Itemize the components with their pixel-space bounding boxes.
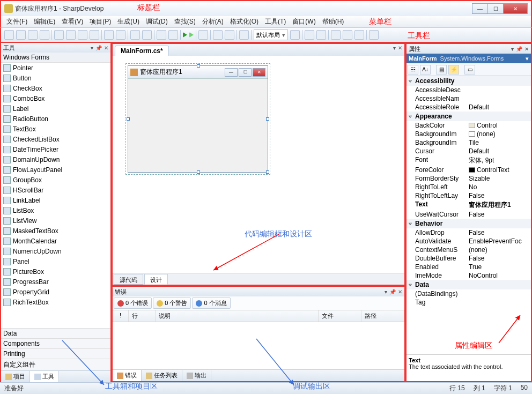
toolbox-group[interactable]: Components: [1, 338, 110, 348]
menu-item[interactable]: 编辑(E): [31, 16, 58, 27]
tool-addnew-icon[interactable]: [157, 30, 166, 40]
menu-item[interactable]: 项目(P): [86, 16, 114, 27]
toolbox-item[interactable]: PictureBox: [1, 266, 110, 277]
tool-delete-icon[interactable]: [90, 30, 99, 40]
tool-redo-icon[interactable]: [116, 30, 125, 40]
property-grid[interactable]: Accessibility AccessibleDesc AccessibleN…: [407, 76, 531, 354]
filter-errors[interactable]: 0 个错误: [114, 298, 152, 309]
pin-icon[interactable]: ▾: [91, 45, 93, 51]
toolbox-item[interactable]: FlowLayoutPanel: [1, 165, 110, 175]
toolbox-item[interactable]: LinkLabel: [1, 195, 110, 205]
tool-stepinto-icon[interactable]: [225, 30, 234, 40]
menu-item[interactable]: 查看(V): [58, 16, 86, 27]
tool-runwo-icon[interactable]: [189, 32, 194, 38]
toolbox-category[interactable]: Windows Forms: [1, 53, 110, 63]
tool-run-icon[interactable]: [183, 32, 187, 38]
toolbox-item[interactable]: HScrollBar: [1, 185, 110, 195]
mode-source-tab[interactable]: 源代码: [114, 274, 143, 285]
menu-item[interactable]: 文件(F): [3, 16, 31, 27]
col-exclaim[interactable]: !: [113, 310, 129, 322]
err-close-icon[interactable]: ✕: [398, 289, 402, 295]
menu-item[interactable]: 调试(D): [143, 16, 171, 27]
col-file[interactable]: 文件: [319, 310, 361, 322]
designed-form[interactable]: 窗体应用程序1 — ☐ ✕: [128, 65, 268, 173]
menu-item[interactable]: 窗口(W): [289, 16, 319, 27]
cat-data[interactable]: Data: [407, 280, 531, 289]
prop-props-icon[interactable]: ▤: [436, 65, 447, 75]
toolbox-item[interactable]: ProgressBar: [1, 277, 110, 287]
tool-copy-icon[interactable]: [66, 30, 76, 40]
menu-item[interactable]: 工具(T): [262, 16, 289, 27]
col-path[interactable]: 路径: [361, 310, 404, 322]
toolbox-item[interactable]: RadioButton: [1, 114, 110, 124]
toolbox-item[interactable]: PropertyGrid: [1, 287, 110, 297]
tool-find-icon[interactable]: [369, 30, 379, 40]
toolbox-item[interactable]: RichTextBox: [1, 297, 110, 307]
tool-open-icon[interactable]: [16, 30, 26, 40]
doc-close-icon[interactable]: ✕: [398, 45, 402, 51]
prop-cat-icon[interactable]: ☷: [408, 65, 418, 75]
design-surface[interactable]: 窗体应用程序1 — ☐ ✕: [113, 56, 404, 273]
minimize-button[interactable]: —: [472, 3, 488, 14]
toolbox-group[interactable]: Data: [1, 328, 110, 338]
toolbox-item[interactable]: ListView: [1, 215, 110, 226]
tool-save-icon[interactable]: [28, 30, 38, 40]
toolbox-item[interactable]: GroupBox: [1, 175, 110, 185]
prop-close-icon[interactable]: ✕: [524, 46, 529, 52]
toolbox-item[interactable]: Pointer: [1, 63, 110, 73]
tool-misc2-icon[interactable]: [305, 30, 314, 40]
toolbox-item[interactable]: CheckBox: [1, 83, 110, 93]
tab-output[interactable]: 输出: [182, 370, 211, 381]
tab-errors[interactable]: 错误: [113, 370, 142, 381]
toolbox-item[interactable]: MonthCalendar: [1, 236, 110, 246]
menu-item[interactable]: 生成(U): [114, 16, 143, 27]
tool-saveall-icon[interactable]: [40, 30, 49, 40]
tool-nav-fwd-icon[interactable]: [142, 30, 152, 40]
tool-new-icon[interactable]: [4, 30, 14, 40]
tool-undo-icon[interactable]: [104, 30, 114, 40]
tool-misc3-icon[interactable]: [316, 30, 326, 40]
tool-misc1-icon[interactable]: [290, 30, 300, 40]
close-panel-icon[interactable]: ✕: [104, 45, 108, 51]
toolbox-item[interactable]: DateTimePicker: [1, 144, 110, 154]
toolbox-list[interactable]: PointerButtonCheckBoxComboBoxLabelRadioB…: [1, 63, 110, 328]
tool-comment-icon[interactable]: [239, 30, 249, 40]
toolbox-item[interactable]: CheckedListBox: [1, 134, 110, 144]
prop-pin-icon[interactable]: ▾: [511, 46, 514, 52]
cat-accessibility[interactable]: Accessibility: [407, 76, 531, 86]
document-tab[interactable]: MainForm.cs*: [115, 46, 169, 56]
err-pin-icon[interactable]: ▾: [385, 289, 387, 295]
tool-addexist-icon[interactable]: [168, 30, 178, 40]
toolbox-item[interactable]: MaskedTextBox: [1, 226, 110, 236]
err-pin2-icon[interactable]: 📌: [389, 289, 396, 295]
tool-step-icon[interactable]: [213, 30, 223, 40]
toolbox-item[interactable]: Label: [1, 103, 110, 114]
tab-tasks[interactable]: 任务列表: [142, 370, 182, 381]
tab-tools[interactable]: 工具: [30, 371, 59, 382]
filter-warnings[interactable]: 0 个警告: [153, 298, 191, 309]
col-desc[interactable]: 说明: [156, 310, 319, 322]
filter-messages[interactable]: 0 个消息: [192, 298, 230, 309]
toolbox-group[interactable]: Printing: [1, 348, 110, 359]
maximize-button[interactable]: ☐: [487, 3, 504, 14]
tool-misc4-icon[interactable]: [331, 30, 341, 40]
menu-item[interactable]: 分析(A): [199, 16, 227, 27]
tool-stop-icon[interactable]: [198, 30, 208, 40]
menu-item[interactable]: 查找(S): [171, 16, 199, 27]
menu-item[interactable]: 格式化(O): [227, 16, 262, 27]
tab-project[interactable]: 项目: [1, 371, 30, 382]
tool-paste-icon[interactable]: [78, 30, 87, 40]
pin2-icon[interactable]: 📌: [95, 45, 102, 51]
mode-design-tab[interactable]: 设计: [144, 274, 168, 285]
tool-misc5-icon[interactable]: [343, 30, 352, 40]
menu-item[interactable]: 帮助(H): [319, 16, 348, 27]
tool-nav-back-icon[interactable]: [130, 30, 140, 40]
tool-misc6-icon[interactable]: [354, 30, 364, 40]
toolbox-item[interactable]: ComboBox: [1, 93, 110, 103]
layout-combo[interactable]: 默认布局: [254, 29, 288, 40]
col-line[interactable]: 行: [129, 310, 156, 322]
doc-dropdown-icon[interactable]: ▾: [393, 45, 396, 51]
toolbox-item[interactable]: Panel: [1, 256, 110, 266]
cat-appearance[interactable]: Appearance: [407, 111, 531, 121]
toolbox-item[interactable]: Button: [1, 73, 110, 83]
